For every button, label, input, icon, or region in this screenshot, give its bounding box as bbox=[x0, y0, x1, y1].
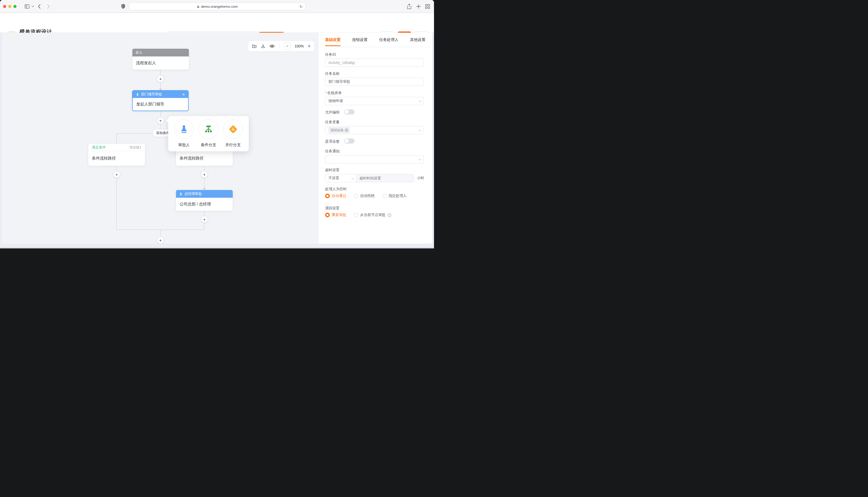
back-button[interactable] bbox=[38, 4, 41, 9]
node-title: 总经理审批 bbox=[184, 191, 202, 196]
popup-item-parallel-branch[interactable]: 并行分支 bbox=[221, 119, 245, 147]
task-name-input[interactable] bbox=[325, 77, 424, 86]
zoom-out-button[interactable]: − bbox=[284, 43, 291, 50]
node-start[interactable]: 录入 流程发起人 bbox=[132, 49, 189, 70]
tabs-divider bbox=[318, 47, 432, 47]
variable-tag: 报销金额 ✕ bbox=[329, 127, 350, 133]
tab-button-settings[interactable]: 按钮设置 bbox=[352, 38, 368, 46]
reload-icon[interactable]: ↻ bbox=[299, 4, 303, 9]
tab-task-assignee[interactable]: 任务处理人 bbox=[379, 38, 398, 46]
share-icon[interactable] bbox=[407, 3, 412, 10]
forward-button[interactable] bbox=[47, 4, 50, 9]
tab-basic-settings[interactable]: 基础设置 bbox=[325, 38, 341, 46]
add-node-button[interactable]: + bbox=[201, 216, 208, 223]
node-condition-left[interactable]: 满足条件 优先级1 条件流转路径 bbox=[88, 144, 145, 166]
node-dept-body[interactable]: 发起人部门领导 bbox=[133, 98, 188, 111]
allow-edit-label: 允许编辑 bbox=[325, 110, 340, 115]
node-title: 录入 bbox=[136, 50, 142, 55]
sidebar-toggle-icon[interactable] bbox=[24, 4, 30, 9]
priority-label: 优先级1 bbox=[129, 145, 141, 150]
add-node-button[interactable]: + bbox=[157, 237, 164, 244]
node-dept-approval[interactable]: 部门领导审批 ✕ 发起人部门领导 bbox=[132, 90, 189, 111]
privacy-shield-icon[interactable] bbox=[121, 3, 125, 10]
new-tab-icon[interactable] bbox=[416, 4, 421, 9]
address-bar[interactable]: demo.orangeforms.com ↻ bbox=[129, 3, 305, 10]
add-node-button[interactable]: + bbox=[201, 171, 208, 178]
tab-overview-icon[interactable] bbox=[425, 4, 430, 9]
popup-item-label: 审批人 bbox=[178, 143, 190, 147]
main-area: 录入 流程发起人 + 部门领导审批 ✕ 发起人部门领导 + 添加条件 满足条件 bbox=[0, 33, 434, 248]
timeout-value-input[interactable] bbox=[356, 174, 414, 182]
task-notify-select[interactable] bbox=[325, 155, 424, 164]
online-form-value: 报销申请 bbox=[329, 99, 343, 103]
approver-circle[interactable] bbox=[174, 119, 194, 139]
timeout-mode-select[interactable]: 不设置 bbox=[325, 174, 356, 182]
empty-assignee-label: 处理人为空时 bbox=[325, 187, 347, 191]
parallel-branch-circle[interactable] bbox=[223, 119, 243, 139]
popup-item-condition-branch[interactable]: 条件分支 bbox=[196, 119, 221, 147]
radio-dot bbox=[325, 194, 330, 198]
info-icon[interactable] bbox=[388, 213, 391, 217]
task-variable-select[interactable]: 报销金额 ✕ bbox=[325, 126, 424, 134]
condition-body[interactable]: 条件流转路径 bbox=[176, 151, 233, 166]
popup-item-approver[interactable]: 审批人 bbox=[171, 119, 196, 147]
approver-stamp-icon bbox=[179, 125, 189, 134]
add-node-popup: 审批人 条件分支 并行分支 bbox=[168, 116, 249, 151]
online-form-select[interactable]: 报销申请 bbox=[325, 97, 424, 105]
tab-other-settings[interactable]: 其他设置 bbox=[410, 38, 426, 46]
radio-dot bbox=[325, 213, 330, 217]
node-start-body[interactable]: 流程发起人 bbox=[132, 56, 189, 70]
radio-auto-reject[interactable]: 自动拒绝 bbox=[354, 194, 375, 198]
timeout-compound: 不设置 bbox=[325, 174, 414, 182]
node-close-icon[interactable]: ✕ bbox=[182, 93, 185, 96]
approver-stamp-icon bbox=[179, 192, 183, 196]
minimize-window-button[interactable] bbox=[8, 5, 11, 8]
flow-canvas[interactable]: 录入 流程发起人 + 部门领导审批 ✕ 发起人部门领导 + 添加条件 满足条件 bbox=[2, 33, 320, 244]
node-gm-body[interactable]: 公司总部 / 总经理 bbox=[176, 198, 233, 211]
parallel-branch-icon bbox=[229, 125, 237, 133]
toggle-knob bbox=[345, 110, 349, 114]
radio-assign-handler[interactable]: 指定处理人 bbox=[382, 194, 407, 198]
lock-icon bbox=[197, 5, 199, 8]
canvas-toolbar: − 100% + bbox=[248, 41, 314, 51]
online-form-label: *在线表单 bbox=[325, 91, 342, 95]
add-node-button[interactable]: + bbox=[157, 117, 164, 124]
zoom-level: 100% bbox=[295, 44, 304, 48]
add-node-button[interactable]: + bbox=[157, 75, 164, 82]
node-gm-approval[interactable]: 总经理审批 公司总部 / 总经理 bbox=[176, 190, 233, 211]
new-folder-icon[interactable] bbox=[252, 44, 257, 49]
close-window-button[interactable] bbox=[3, 5, 6, 8]
condition-body[interactable]: 条件流转路径 bbox=[88, 151, 145, 166]
condition-branch-icon bbox=[204, 125, 213, 134]
node-start-header: 录入 bbox=[132, 49, 189, 56]
task-name-label: 任务名称 bbox=[325, 71, 340, 76]
radio-auto-approve[interactable]: 自动通过 bbox=[325, 194, 346, 198]
countersign-toggle[interactable] bbox=[344, 139, 355, 144]
timeout-label: 超时设置 bbox=[325, 168, 340, 172]
allow-edit-toggle[interactable] bbox=[344, 109, 355, 114]
reject-setting-label: 退回设置 bbox=[325, 206, 340, 211]
window-bottom-edge bbox=[0, 248, 434, 248]
preview-eye-icon[interactable] bbox=[270, 44, 275, 49]
download-icon[interactable] bbox=[261, 44, 265, 49]
countersign-label: 是否会签 bbox=[325, 139, 340, 144]
add-node-button[interactable]: + bbox=[113, 171, 120, 178]
task-id-label: 任务ID bbox=[325, 52, 336, 57]
approver-stamp-icon bbox=[136, 93, 139, 96]
condition-branch-circle[interactable] bbox=[199, 119, 218, 139]
timeout-unit: 小时 bbox=[417, 176, 424, 181]
arrow-down-icon bbox=[203, 188, 206, 190]
sidebar-chevron-icon[interactable] bbox=[31, 5, 34, 8]
zoom-in-button[interactable]: + bbox=[307, 43, 311, 49]
settings-panel: 基础设置 按钮设置 任务处理人 其他设置 任务ID 任务名称 *在线表单 报销申… bbox=[318, 33, 432, 244]
task-id-input[interactable] bbox=[325, 58, 424, 67]
app-header: 橙单流程设计 基础信息 流程变量 流程状态 流程设计 切换 保存 返回 bbox=[0, 13, 434, 33]
chevron-down-icon bbox=[418, 128, 421, 131]
popup-item-label: 条件分支 bbox=[201, 143, 216, 147]
maximize-window-button[interactable] bbox=[13, 5, 16, 8]
variable-tag-label: 报销金额 bbox=[331, 128, 343, 132]
popup-item-label: 并行分支 bbox=[225, 143, 241, 147]
radio-current-node-approval[interactable]: 从当前节点审批 bbox=[354, 213, 391, 217]
tag-remove-icon[interactable]: ✕ bbox=[345, 128, 348, 132]
radio-restart-approval[interactable]: 重新审批 bbox=[325, 213, 346, 217]
